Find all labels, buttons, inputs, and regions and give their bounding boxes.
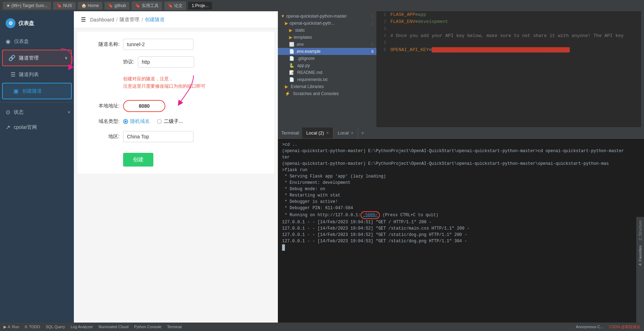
file-tree: ▼ openai-quickstart-python-master 1 ▶ op… <box>278 11 376 127</box>
file-templates[interactable]: ▶ templates <box>278 34 376 41</box>
external-libs-label: External Libraries <box>291 84 324 89</box>
status-bar: ▶ 4: Run 6: TODO SQL Query Log Analyzer … <box>0 323 644 331</box>
file-external-libs[interactable]: ▶ External Libraries <box>278 83 376 90</box>
region-input[interactable] <box>123 131 193 142</box>
sidebar-item-tunnel-mgmt[interactable]: 🔗 隧道管理 ∨ <box>2 50 72 66</box>
side-label-favorites[interactable]: 4: Favorites <box>637 243 643 268</box>
tab-project[interactable]: 1:Proje... <box>188 2 212 10</box>
terminal-line-flask: >flask run <box>282 167 640 173</box>
file-static[interactable]: ▶ static <box>278 27 376 34</box>
region-row: 地区: <box>88 131 264 142</box>
file-readme[interactable]: 📝 README.md <box>278 69 376 76</box>
sidebar-item-create-tunnel[interactable]: ▣ 创建隧道 <box>2 83 72 99</box>
run-icon: ▶ <box>4 325 6 329</box>
local-addr-input[interactable] <box>123 100 165 112</box>
code-line-2: 2 FLASK_ENV=development <box>376 18 641 25</box>
terminal-line-debugger: * Debugger is active! <box>282 199 640 205</box>
port-5000-highlight: :5000/ <box>361 211 380 219</box>
tab-tools[interactable]: 🔖 实用工具 <box>132 1 162 10</box>
status-anonymous[interactable]: Anonymous C... <box>576 325 603 329</box>
status-python-console[interactable]: Python Console <box>134 325 161 329</box>
code-line-1: 1 FLASK_APP=app <box>376 11 641 18</box>
code-line-6: 6 OPENAI_API_KEY=sk-xxxxxxxxxxxxxxxxxxxx… <box>376 46 641 54</box>
terminal-line-running: * Running on http://127.0.0.1::5000/ (Pr… <box>282 211 640 219</box>
terminal-label: Terminal: <box>281 130 302 136</box>
status-log[interactable]: Log Analyzer <box>71 325 93 329</box>
terminal-line-req3: 127.0.0.1 - - [14/Feb/2023 19:04:52] "GE… <box>282 232 640 238</box>
status-chevron-icon: ∨ <box>68 110 70 114</box>
code-line-3: 3 <box>376 25 641 32</box>
terminal-tab-local[interactable]: Local ✕ <box>333 127 358 138</box>
sidebar-item-status[interactable]: ⊙ 状态 ∨ <box>0 105 74 120</box>
md-icon: 📝 <box>289 70 294 75</box>
terminal-line-pin: * Debugger PIN: 611-047-584 <box>282 205 640 211</box>
tunnel-name-input[interactable] <box>123 39 193 50</box>
folder-icon: ▼ <box>281 14 285 19</box>
protocol-row: 协议: http https tcp 创建对应的隧道，注意， 注意这里只需要修改… <box>123 56 264 94</box>
hamburger-icon[interactable]: ☰ <box>81 16 86 23</box>
py-icon: 🐍 <box>289 63 294 68</box>
file-requirements[interactable]: 📄 requirements.txt <box>278 76 376 83</box>
status-illuminated[interactable]: Illuminated Cloud <box>98 325 128 329</box>
terminal-tab-close-icon[interactable]: ✕ <box>326 131 329 135</box>
file-subfolder[interactable]: ▶ openai-quickstart-pyth... 2 <box>278 20 376 27</box>
terminal-line-debug: * Debug mode: on <box>282 186 640 192</box>
file-env[interactable]: ⬜ .env 5 <box>278 41 376 48</box>
create-button-container: 创建 <box>88 149 264 167</box>
protocol-select[interactable]: http https tcp <box>138 56 194 68</box>
create-button[interactable]: 创建 <box>123 153 153 167</box>
tab-nus[interactable]: 🔖 NUS <box>53 2 76 10</box>
tab-home[interactable]: 🏠 Home <box>78 2 102 10</box>
tunnel-list-icon: ☰ <box>11 71 15 78</box>
file-scratches[interactable]: ⚡ Scratches and Consoles <box>278 90 376 97</box>
file-gitignore[interactable]: 📄 .gitignore <box>278 55 376 62</box>
ide-scrollbar[interactable] <box>641 11 644 127</box>
file-root[interactable]: ▼ openai-quickstart-python-master 1 <box>278 13 376 20</box>
terminal-add-button[interactable]: + <box>358 130 367 136</box>
status-todo[interactable]: 6: TODO <box>25 325 40 329</box>
sidebar-item-tunnel-list[interactable]: ☰ 隧道列表 <box>0 67 74 82</box>
sidebar: ⚙ 仪表盘 ◉ 仪表盘 🔗 隧道管理 ∨ ☰ <box>0 11 74 323</box>
status-sql[interactable]: SQL Query <box>46 325 65 329</box>
file-env-example[interactable]: 📄 .env.example 6 <box>278 48 376 55</box>
radio-random-dot <box>123 119 128 124</box>
region-label: 地区: <box>88 133 120 140</box>
tab-github[interactable]: 🔖 github <box>104 2 129 10</box>
status-icon: ⊙ <box>6 109 10 115</box>
sidebar-divider <box>0 102 74 102</box>
terminal-tab-local2[interactable]: Local (2) ✕ <box>302 127 334 138</box>
sidebar-item-dashboard[interactable]: ◉ 仪表盘 <box>0 34 74 49</box>
terminal-tabs: Terminal: Local (2) ✕ Local ✕ + <box>278 127 644 139</box>
breadcrumb-tunnel-mgmt[interactable]: 隧道管理 <box>120 17 139 23</box>
terminal-tab-close2-icon[interactable]: ✕ <box>351 131 353 135</box>
tab-target[interactable]: ★ (99+) Target Sum... <box>3 2 51 10</box>
create-tunnel-form: 隧道名称: 协议: http https tcp 创建对应的隧道，注意， 注意这… <box>77 32 274 174</box>
breadcrumb-dashboard[interactable]: Dashboard <box>90 17 114 23</box>
side-label-structure[interactable]: 2: Structure <box>637 218 643 243</box>
txt-icon: 📄 <box>289 77 294 82</box>
code-line-4: 4 # Once you add your API key below, mak… <box>376 32 641 39</box>
terminal-line-env: * Environment: development <box>282 180 640 186</box>
domain-type-row: 域名类型: 随机域名 二级子... <box>88 118 264 125</box>
gitignore-icon: 📄 <box>289 56 294 61</box>
terminal-line-path2: (openai-quickstart-python-master) E:\Pyt… <box>282 161 640 167</box>
terminal-content: >cd .. (openai-quickstart-python-master)… <box>278 139 644 323</box>
status-terminal[interactable]: Terminal <box>167 325 182 329</box>
ide-bottom: Terminal: Local (2) ✕ Local ✕ + >cd .. (… <box>278 127 644 323</box>
status-run[interactable]: ▶ 4: Run <box>4 325 19 329</box>
sidebar-item-cpolar[interactable]: ↗ cpolar官网 <box>0 120 74 135</box>
radio-random-domain[interactable]: 随机域名 <box>123 118 150 125</box>
sidebar-logo: ⚙ 仪表盘 <box>0 15 74 34</box>
env-example-icon: 📄 <box>289 49 294 54</box>
terminal-line-req1: 127.0.0.1 - - [14/Feb/2023 19:04:51] "GE… <box>282 219 640 225</box>
tunnel-mgmt-icon: 🔗 <box>8 55 15 61</box>
terminal-line-req4: 127.0.0.1 - - [14/Feb/2023 19:04:53] "GE… <box>282 238 640 244</box>
terminal-line-restart: * Restarting with stat <box>282 192 640 199</box>
file-app-py[interactable]: 🐍 app.py <box>278 62 376 69</box>
local-addr-label: 本地地址: <box>88 103 120 109</box>
radio-subdomain[interactable]: 二级子... <box>157 118 183 125</box>
scratches-label: Scratches and Consoles <box>293 91 339 96</box>
terminal-line-ter: ter <box>282 154 640 161</box>
terminal-line-serving: * Serving Flask app 'app' (lazy loading) <box>282 173 640 180</box>
tab-paper[interactable]: 🔖 论文 <box>164 1 186 10</box>
